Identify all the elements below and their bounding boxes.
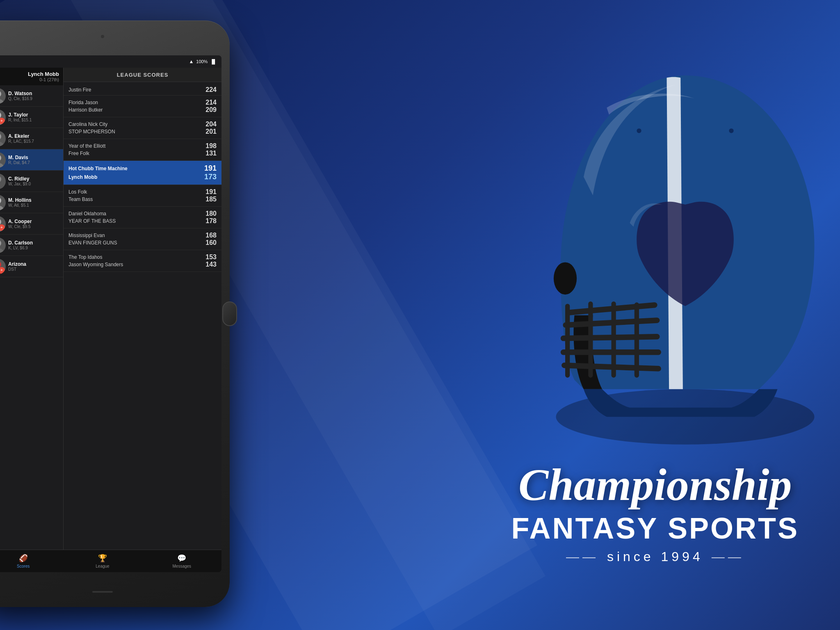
svg-rect-6 bbox=[565, 304, 570, 378]
matchup-row-6[interactable]: Los Folk 191 Team Bass 185 bbox=[64, 185, 221, 207]
player-avatar-ekeler bbox=[0, 131, 6, 146]
player-row-carlson[interactable]: D. Carlson K, LV, $6.9 bbox=[0, 235, 63, 256]
league-nav-icon: 🏆 bbox=[98, 554, 107, 563]
svg-point-17 bbox=[0, 133, 1, 140]
team-name-8a: Mississippi Evan bbox=[68, 233, 105, 238]
player-row-davis[interactable]: M. Davis R, Dal, $4.7 bbox=[0, 149, 63, 171]
player-avatar-ridley bbox=[0, 173, 6, 189]
matchup-row-9[interactable]: The Top Idahos 153 Jason Wyoming Sanders… bbox=[64, 250, 221, 272]
scores-header: LEAGUE SCORES bbox=[64, 68, 221, 82]
player-details: Q, Cle, $16.9 bbox=[8, 96, 61, 101]
player-name: A. Cooper bbox=[8, 219, 61, 224]
tablet-home-button[interactable] bbox=[222, 301, 237, 326]
team-name-3b: STOP MCPHERSON bbox=[68, 129, 115, 135]
nav-league[interactable]: 🏆 League bbox=[64, 554, 142, 568]
player-row-ridley[interactable]: C. Ridley W, Jax, $9.0 bbox=[0, 171, 63, 192]
score-9b: 143 bbox=[205, 261, 217, 268]
score-1a: 224 bbox=[205, 86, 217, 94]
player-info-cooper: A. Cooper W, Cle, $9.5 bbox=[8, 219, 61, 229]
matchup-row-4[interactable]: Year of the Elliott 198 Free Folk 131 bbox=[64, 139, 221, 161]
matchup-team-6b: Team Bass 185 bbox=[68, 196, 217, 203]
promo-section: Championship FANTASY SPORTS since 1994 bbox=[511, 462, 799, 564]
svg-point-11 bbox=[637, 128, 641, 133]
player-info-ridley: C. Ridley W, Jax, $9.0 bbox=[8, 176, 61, 186]
team-name-9a: The Top Idahos bbox=[68, 254, 103, 260]
matchup-team-8a: Mississippi Evan 168 bbox=[68, 232, 217, 239]
matchup-team-7b: YEAR OF THE BASS 178 bbox=[68, 217, 217, 225]
team-name-2b: Harrison Butker bbox=[68, 107, 103, 113]
helmet-illustration bbox=[491, 21, 840, 472]
tablet-screen: ▲ 100% ▐▌ Lynch Mobb 0-1 (27th) bbox=[0, 55, 221, 572]
player-row-hollins[interactable]: M. Hollins W, Atl, $5.1 bbox=[0, 192, 63, 213]
team-name-6a: Los Folk bbox=[68, 189, 87, 195]
score-4a: 198 bbox=[205, 142, 217, 150]
player-row-ekeler[interactable]: A. Ekeler R, LAC, $15.7 bbox=[0, 128, 63, 149]
svg-point-22 bbox=[0, 184, 4, 189]
nav-messages[interactable]: 💬 Messages bbox=[142, 554, 221, 568]
score-3b: 201 bbox=[205, 128, 217, 135]
player-info-taylor: J. Taylor R, Ind, $15.1 bbox=[8, 112, 61, 122]
team-name-3a: Carolina Nick City bbox=[68, 121, 107, 127]
score-5a: 191 bbox=[204, 164, 217, 173]
score-6a: 191 bbox=[205, 188, 217, 196]
player-details: R, Ind, $15.1 bbox=[8, 118, 61, 122]
tablet-outer-frame: ▲ 100% ▐▌ Lynch Mobb 0-1 (27th) bbox=[0, 21, 230, 607]
player-name: A. Ekeler bbox=[8, 133, 61, 139]
team-name-5b: Lynch Mobb bbox=[68, 174, 97, 180]
matchup-team-3b: STOP MCPHERSON 201 bbox=[68, 128, 217, 135]
matchup-team-6a: Los Folk 191 bbox=[68, 188, 217, 196]
matchup-row-3[interactable]: Carolina Nick City 204 STOP MCPHERSON 20… bbox=[64, 117, 221, 139]
svg-point-21 bbox=[0, 176, 1, 183]
score-2a: 214 bbox=[205, 99, 217, 106]
since-text: since 1994 bbox=[511, 549, 799, 564]
player-details: W, Jax, $9.0 bbox=[8, 182, 61, 186]
player-name: M. Davis bbox=[8, 155, 61, 160]
league-nav-label: League bbox=[96, 564, 109, 568]
player-avatar-davis bbox=[0, 152, 6, 168]
team-name: Lynch Mobb bbox=[0, 71, 59, 77]
player-avatar-cooper: + bbox=[0, 216, 6, 232]
matchup-row-7[interactable]: Daniel Oklahoma 180 YEAR OF THE BASS 178 bbox=[64, 207, 221, 228]
battery-percent: 100% bbox=[196, 59, 208, 64]
matchup-team-5a: Hot Chubb Time Machine 191 bbox=[68, 164, 217, 173]
matchup-row-1[interactable]: Justin Fire 224 bbox=[64, 82, 221, 96]
player-row-watson[interactable]: D. Watson Q, Cle, $16.9 bbox=[0, 85, 63, 107]
team-record: 0-1 (27th) bbox=[0, 77, 59, 82]
svg-rect-4 bbox=[561, 349, 661, 355]
svg-point-23 bbox=[0, 197, 1, 204]
svg-point-24 bbox=[0, 205, 4, 210]
score-9a: 153 bbox=[205, 253, 217, 261]
matchup-row-5-highlighted[interactable]: Hot Chubb Time Machine 191 Lynch Mobb 17… bbox=[64, 161, 221, 185]
player-details: DST bbox=[8, 267, 61, 272]
player-row-taylor[interactable]: + J. Taylor R, Ind, $15.1 bbox=[0, 107, 63, 128]
matchup-row-8[interactable]: Mississippi Evan 168 EVAN FINGER GUNS 16… bbox=[64, 228, 221, 250]
matchup-team-2b: Harrison Butker 209 bbox=[68, 106, 217, 114]
player-row-cooper[interactable]: + A. Cooper W, Cle, $9.5 bbox=[0, 213, 63, 235]
svg-point-14 bbox=[0, 99, 4, 104]
scores-panel: LEAGUE SCORES Justin Fire 224 Florida Ja… bbox=[64, 68, 221, 572]
score-7a: 180 bbox=[205, 210, 217, 217]
team-name-2a: Florida Jason bbox=[68, 100, 98, 105]
svg-point-18 bbox=[0, 142, 4, 146]
player-name: D. Carlson bbox=[8, 240, 61, 246]
matchup-team-4a: Year of the Elliott 198 bbox=[68, 142, 217, 150]
player-avatar-taylor: + bbox=[0, 110, 6, 125]
score-8a: 168 bbox=[205, 232, 217, 239]
svg-point-20 bbox=[0, 163, 4, 168]
team-name-5a: Hot Chubb Time Machine bbox=[68, 166, 128, 171]
score-3a: 204 bbox=[205, 121, 217, 128]
svg-point-28 bbox=[0, 248, 4, 253]
score-8b: 160 bbox=[205, 239, 217, 247]
matchup-row-2[interactable]: Florida Jason 214 Harrison Butker 209 bbox=[64, 96, 221, 117]
tablet-camera bbox=[101, 35, 104, 38]
status-bar: ▲ 100% ▐▌ bbox=[0, 55, 221, 68]
player-row-arizona[interactable]: + Arizona DST bbox=[0, 256, 63, 277]
player-avatar-arizona: + bbox=[0, 259, 6, 274]
fantasy-sports-title: FANTASY SPORTS bbox=[511, 511, 799, 545]
roster-panel: Lynch Mobb 0-1 (27th) D. Watson Q, Cle, … bbox=[0, 68, 64, 572]
player-avatar-watson bbox=[0, 88, 6, 104]
scores-title: LEAGUE SCORES bbox=[117, 72, 169, 78]
score-5b: 173 bbox=[204, 173, 217, 181]
player-name: Arizona bbox=[8, 261, 61, 267]
svg-point-12 bbox=[729, 128, 733, 133]
